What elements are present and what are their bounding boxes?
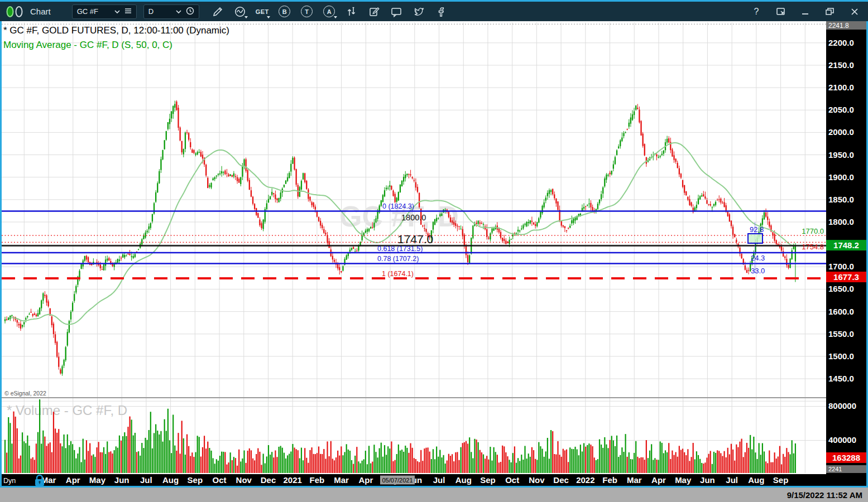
- speech-bubble-icon: [390, 6, 402, 18]
- svg-text:1900.0: 1900.0: [828, 172, 854, 182]
- svg-text:1800.0: 1800.0: [401, 213, 426, 222]
- svg-text:1650.0: 1650.0: [828, 284, 854, 293]
- app-title: Chart: [30, 7, 51, 16]
- draw-pencil-button[interactable]: [210, 4, 225, 19]
- svg-text:Nov: Nov: [529, 475, 545, 485]
- svg-text:163288: 163288: [832, 453, 860, 462]
- svg-text:Apr: Apr: [358, 475, 373, 485]
- svg-text:800000: 800000: [828, 401, 856, 411]
- note-edit-icon: [368, 6, 380, 18]
- svg-text:1 (1674.1): 1 (1674.1): [382, 270, 414, 278]
- svg-text:24.3: 24.3: [751, 254, 765, 262]
- minimize-icon: [801, 7, 810, 16]
- symbol-menu-icon[interactable]: [124, 7, 132, 16]
- bar-type-button[interactable]: B: [277, 4, 292, 19]
- svg-text:Oct: Oct: [213, 475, 227, 485]
- notes-button[interactable]: [367, 4, 381, 19]
- interval-value: D: [148, 7, 175, 16]
- svg-text:0 (1824.3): 0 (1824.3): [382, 202, 414, 210]
- svg-text:Aug: Aug: [455, 475, 472, 485]
- svg-text:Aug: Aug: [162, 475, 179, 485]
- svg-text:0.618 (1731.5): 0.618 (1731.5): [377, 245, 423, 253]
- chevron-down-icon[interactable]: [175, 7, 182, 16]
- popout-button[interactable]: [775, 6, 787, 17]
- svg-text:2000.0: 2000.0: [828, 127, 854, 137]
- text-tool-button[interactable]: T: [300, 4, 314, 19]
- pane-separator[interactable]: [2, 397, 826, 398]
- svg-text:1754.8: 1754.8: [802, 243, 824, 251]
- chat-button[interactable]: [389, 4, 404, 19]
- statusbar: 9/15/2022 11:52 AM: [0, 487, 868, 502]
- svg-text:1850.0: 1850.0: [828, 195, 854, 204]
- interval-select[interactable]: D: [143, 4, 199, 19]
- facebook-f-icon: [435, 6, 447, 18]
- svg-text:1950.0: 1950.0: [828, 150, 854, 160]
- titlebar: Chart GC #F D: [0, 0, 868, 21]
- svg-text:© eSignal, 2022: © eSignal, 2022: [4, 390, 46, 397]
- facebook-share-button[interactable]: [434, 4, 448, 19]
- symbol-value: GC #F: [77, 7, 114, 16]
- svg-text:Mar: Mar: [627, 475, 642, 485]
- svg-text:2022: 2022: [576, 475, 594, 485]
- minimize-button[interactable]: [800, 6, 811, 17]
- chart-area[interactable]: GC #F, D* Volume - GC #F, D© eSignal, 20…: [0, 21, 868, 487]
- svg-text:1500.0: 1500.0: [828, 351, 854, 361]
- svg-text:Feb: Feb: [602, 475, 617, 485]
- time-template-icon[interactable]: [186, 7, 194, 17]
- twitter-share-button[interactable]: [411, 4, 426, 19]
- caret-down-icon: [244, 16, 248, 18]
- close-icon: [850, 7, 859, 16]
- chevron-down-icon[interactable]: [114, 7, 121, 16]
- svg-text:1677.3: 1677.3: [833, 272, 859, 282]
- svg-text:Sep: Sep: [773, 475, 789, 485]
- svg-text:1550.0: 1550.0: [828, 329, 854, 339]
- svg-text:2021: 2021: [284, 475, 302, 485]
- compare-arrows-button[interactable]: [344, 4, 359, 19]
- dyn-mode-label: Dyn: [3, 477, 16, 485]
- svg-text:Jul: Jul: [140, 475, 152, 485]
- symbol-select[interactable]: GC #F: [72, 4, 137, 19]
- svg-text:33.0: 33.0: [751, 267, 765, 275]
- get-label: GET: [256, 8, 269, 15]
- svg-text:May: May: [675, 475, 692, 485]
- time-axis[interactable]: MarAprMayJunJulAugSepOctNovDec2021FebMar…: [2, 474, 866, 487]
- svg-text:2241.8: 2241.8: [828, 22, 849, 30]
- svg-text:Apr: Apr: [66, 475, 80, 485]
- svg-text:Dec: Dec: [261, 475, 276, 485]
- svg-text:Sep: Sep: [480, 475, 496, 485]
- svg-text:May: May: [89, 475, 106, 485]
- svg-text:2050.0: 2050.0: [828, 105, 854, 114]
- svg-text:Jun: Jun: [114, 475, 130, 485]
- close-button[interactable]: [849, 6, 860, 17]
- svg-text:1600.0: 1600.0: [828, 307, 854, 316]
- restore-button[interactable]: [824, 6, 836, 17]
- status-datetime: 9/15/2022 11:52 AM: [787, 490, 862, 500]
- circle-t-icon: T: [301, 6, 313, 17]
- svg-text:Apr: Apr: [651, 475, 666, 485]
- svg-text:2100.0: 2100.0: [828, 83, 854, 92]
- price-axis[interactable]: 2200.02150.02100.02050.02000.01950.01900…: [826, 21, 866, 474]
- svg-text:Jul: Jul: [726, 475, 738, 485]
- get-data-button[interactable]: GET: [255, 4, 270, 19]
- svg-text:1700.0: 1700.0: [828, 262, 854, 271]
- svg-text:05/07/2021: 05/07/2021: [382, 477, 413, 484]
- svg-text:* Volume - GC #F, D: * Volume - GC #F, D: [7, 403, 127, 418]
- svg-text:2200.0: 2200.0: [828, 38, 854, 47]
- drawing-toolbar: GET B T A: [210, 4, 448, 19]
- studies-button[interactable]: [233, 4, 247, 19]
- svg-text:1748.2: 1748.2: [833, 240, 859, 250]
- svg-text:1747.0: 1747.0: [397, 233, 433, 245]
- up-down-arrows-icon: [346, 6, 357, 18]
- popout-icon: [776, 7, 786, 16]
- chart-window: Chart GC #F D: [0, 0, 868, 502]
- svg-text:Dec: Dec: [553, 475, 569, 485]
- svg-text:Mar: Mar: [334, 475, 349, 485]
- svg-text:2150.0: 2150.0: [828, 60, 854, 70]
- svg-text:92.8: 92.8: [750, 225, 764, 234]
- caret-down-icon: [267, 16, 270, 18]
- alerts-button[interactable]: A: [322, 4, 337, 19]
- svg-text:1770.0: 1770.0: [802, 227, 824, 235]
- help-button[interactable]: ?: [751, 6, 762, 17]
- caret-down-icon: [334, 16, 337, 18]
- twitter-bird-icon: [413, 6, 425, 18]
